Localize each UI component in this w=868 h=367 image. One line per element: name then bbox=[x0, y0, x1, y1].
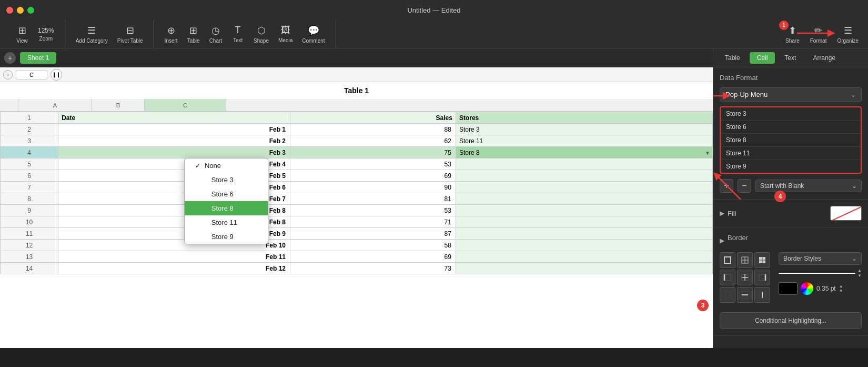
cell-b10[interactable]: 71 bbox=[290, 216, 456, 228]
start-with-blank-dropdown[interactable]: Start with Blank ⌄ bbox=[755, 180, 862, 192]
zoom-button[interactable]: 125% Zoom bbox=[34, 25, 58, 44]
cell-c9[interactable] bbox=[456, 205, 712, 216]
cell-b5[interactable]: 53 bbox=[290, 158, 456, 170]
dropdown-item-store6[interactable]: Store 6 bbox=[185, 187, 268, 201]
chevron-right-icon: ⌄ bbox=[852, 182, 857, 190]
dropdown-item-store8[interactable]: Store 8 bbox=[185, 201, 268, 215]
cell-c6[interactable] bbox=[456, 170, 712, 182]
dropdown-item-store9[interactable]: Store 9 bbox=[185, 230, 268, 244]
view-button[interactable]: ⊞ View bbox=[12, 23, 33, 46]
shape-button[interactable]: ⬡ Shape bbox=[249, 23, 273, 46]
cell-a14[interactable]: Feb 12 bbox=[58, 263, 290, 274]
row-num-3: 3 bbox=[1, 135, 58, 147]
fill-swatch[interactable] bbox=[830, 206, 862, 221]
table-button[interactable]: ⊞ Table bbox=[183, 23, 204, 46]
text-button[interactable]: T Text bbox=[227, 23, 248, 45]
sheet-tab-1[interactable]: Sheet 1 bbox=[20, 52, 56, 64]
border-style-dropdown[interactable]: Border Styles ⌄ bbox=[779, 252, 862, 265]
conditional-highlighting-button[interactable]: Conditional Highlighting... bbox=[720, 312, 862, 329]
border-inner-btn[interactable] bbox=[737, 270, 753, 285]
cell-b7[interactable]: 90 bbox=[290, 182, 456, 193]
shape-label: Shape bbox=[254, 38, 269, 44]
cell-reference[interactable]: C bbox=[16, 70, 47, 80]
cell-b9[interactable]: 53 bbox=[290, 205, 456, 216]
cell-c11[interactable] bbox=[456, 228, 712, 240]
header-sales[interactable]: Sales bbox=[290, 112, 456, 124]
cell-b8[interactable]: 81 bbox=[290, 193, 456, 205]
tab-table[interactable]: Table bbox=[718, 52, 748, 64]
cell-a4[interactable]: Feb 3 bbox=[58, 147, 290, 158]
cell-c5[interactable] bbox=[456, 158, 712, 170]
border-none-btn[interactable] bbox=[720, 287, 735, 303]
cell-c10[interactable] bbox=[456, 216, 712, 228]
cell-b6[interactable]: 69 bbox=[290, 170, 456, 182]
cell-a3[interactable]: Feb 2 bbox=[58, 135, 290, 147]
popup-item-store8[interactable]: Store 8 bbox=[721, 134, 861, 147]
cell-c3[interactable]: Store 11 bbox=[456, 135, 712, 147]
maximize-button[interactable] bbox=[27, 7, 34, 14]
border-outer-btn[interactable] bbox=[720, 252, 735, 268]
header-date[interactable]: Date bbox=[58, 112, 290, 124]
cell-b3[interactable]: 62 bbox=[290, 135, 456, 147]
freeze-button[interactable]: ❙❙ bbox=[51, 69, 62, 81]
comment-button[interactable]: 💬 Comment bbox=[298, 23, 329, 46]
border-h-btn[interactable] bbox=[737, 287, 753, 303]
cell-b14[interactable]: 73 bbox=[290, 263, 456, 274]
thickness-stepper[interactable]: ▲ ▼ bbox=[857, 268, 862, 278]
border-pt-stepper[interactable]: ▲ ▼ bbox=[839, 284, 843, 294]
fill-row: ▶ Fill bbox=[720, 206, 862, 221]
border-left-btn[interactable] bbox=[720, 270, 735, 285]
cell-c2[interactable]: Store 3 bbox=[456, 124, 712, 135]
border-right-btn[interactable] bbox=[754, 270, 770, 285]
cell-b12[interactable]: 58 bbox=[290, 240, 456, 251]
border-thickness-value: 0.35 pt bbox=[816, 285, 836, 292]
border-v-btn[interactable] bbox=[754, 287, 770, 303]
tab-arrange[interactable]: Arrange bbox=[805, 52, 843, 64]
chart-icon: ◷ bbox=[211, 25, 220, 36]
dropdown-item-store11[interactable]: Store 11 bbox=[185, 215, 268, 230]
tab-text[interactable]: Text bbox=[777, 52, 803, 64]
add-category-button[interactable]: ☰ Add Category bbox=[72, 23, 112, 46]
popup-item-store3[interactable]: Store 3 bbox=[721, 107, 861, 121]
cell-a13[interactable]: Feb 11 bbox=[58, 251, 290, 263]
traffic-lights[interactable] bbox=[6, 7, 34, 14]
category-group: ☰ Add Category ⊟ Pivot Table bbox=[65, 20, 154, 48]
cell-c8[interactable] bbox=[456, 193, 712, 205]
cell-b11[interactable]: 87 bbox=[290, 228, 456, 240]
color-picker-button[interactable] bbox=[801, 282, 813, 295]
cell-c13[interactable] bbox=[456, 251, 712, 263]
insert-icon: ⊕ bbox=[167, 25, 175, 36]
media-button[interactable]: 🖼 Media bbox=[274, 23, 297, 45]
border-color-swatch[interactable] bbox=[779, 282, 798, 295]
data-format-title: Data Format bbox=[720, 74, 862, 82]
dropdown-item-store3[interactable]: Store 3 bbox=[185, 173, 268, 187]
stores-dropdown[interactable]: None Store 3 Store 6 Store 8 Store 11 St… bbox=[184, 158, 268, 244]
insert-button[interactable]: ⊕ Insert bbox=[160, 23, 182, 46]
close-button[interactable] bbox=[6, 7, 13, 14]
cell-b13[interactable]: 69 bbox=[290, 251, 456, 263]
add-sheet-button[interactable]: + bbox=[4, 52, 16, 64]
cell-c7[interactable] bbox=[456, 182, 712, 193]
row-num-13: 13 bbox=[1, 251, 58, 263]
cell-c14[interactable] bbox=[456, 263, 712, 274]
popup-item-store11[interactable]: Store 11 bbox=[721, 147, 861, 160]
cell-a2[interactable]: Feb 1 bbox=[58, 124, 290, 135]
dropdown-item-none[interactable]: None bbox=[185, 158, 268, 173]
header-stores[interactable]: Stores bbox=[456, 112, 712, 124]
pivot-table-button[interactable]: ⊟ Pivot Table bbox=[113, 23, 147, 46]
minimize-button[interactable] bbox=[17, 7, 24, 14]
border-full-btn[interactable] bbox=[754, 252, 770, 268]
cell-b2[interactable]: 88 bbox=[290, 124, 456, 135]
popup-item-store6[interactable]: Store 6 bbox=[721, 121, 861, 134]
cell-b4[interactable]: 75 bbox=[290, 147, 456, 158]
chart-button[interactable]: ◷ Chart bbox=[205, 23, 226, 46]
insert-group: ⊕ Insert ⊞ Table ◷ Chart T Text ⬡ Shape … bbox=[154, 20, 336, 48]
row-num-14: 14 bbox=[1, 263, 58, 274]
border-all-btn[interactable] bbox=[737, 252, 753, 268]
cell-c4[interactable]: Store 8 ▼ bbox=[456, 147, 712, 158]
share-button[interactable]: 1 ⬆ Share bbox=[781, 23, 804, 46]
data-format-dropdown[interactable]: Pop-Up Menu ⌄ bbox=[720, 87, 862, 102]
cell-c12[interactable] bbox=[456, 240, 712, 251]
tab-cell[interactable]: Cell bbox=[750, 52, 775, 64]
table-title: Table 1 bbox=[0, 82, 713, 99]
